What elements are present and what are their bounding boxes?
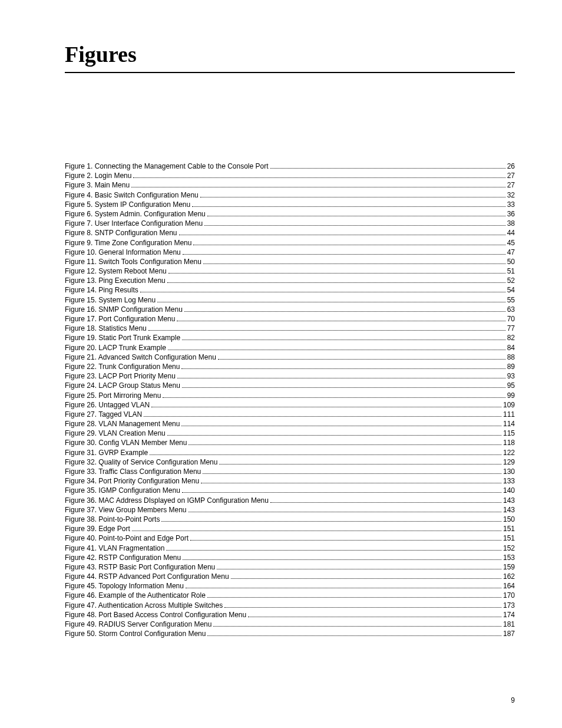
toc-entry-label: Figure 1. Connecting the Management Cabl… [65,162,269,171]
toc-entry-label: Figure 9. Time Zone Configuration Menu [65,238,191,248]
toc-entry: Figure 28. VLAN Management Menu114 [65,419,515,429]
toc-entry-label: Figure 7. User Interface Configuration M… [65,219,203,228]
figures-list: Figure 1. Connecting the Management Cabl… [65,162,515,638]
toc-dot-leader [207,592,501,598]
toc-dot-leader [177,315,505,321]
toc-entry: Figure 4. Basic Switch Configuration Men… [65,190,515,200]
toc-entry: Figure 9. Time Zone Configuration Menu45 [65,238,515,248]
toc-entry-label: Figure 5. System IP Configuration Menu [65,200,190,209]
toc-dot-leader [186,582,501,589]
toc-entry: Figure 6. System Admin. Configuration Me… [65,209,515,219]
toc-entry: Figure 17. Port Configuration Menu70 [65,314,515,324]
toc-entry-label: Figure 28. VLAN Management Menu [65,419,180,429]
toc-entry-page: 130 [503,467,515,476]
toc-dot-leader [192,200,505,207]
toc-entry-label: Figure 26. Untagged VLAN [65,400,150,410]
toc-dot-leader [217,563,501,569]
toc-dot-leader [133,172,505,179]
toc-entry-page: 151 [503,533,515,543]
toc-entry-label: Figure 20. LACP Trunk Example [65,343,166,353]
toc-entry: Figure 1. Connecting the Management Cabl… [65,162,515,171]
toc-entry: Figure 5. System IP Configuration Menu33 [65,200,515,209]
toc-dot-leader [183,554,501,560]
toc-entry-label: Figure 22. Trunk Configuration Menu [65,362,180,371]
toc-entry: Figure 32. Quality of Service Configurat… [65,457,515,467]
toc-entry-page: 162 [503,572,515,581]
toc-entry-label: Figure 17. Port Configuration Menu [65,314,175,324]
toc-entry: Figure 29. VLAN Creation Menu115 [65,429,515,438]
toc-entry: Figure 23. LACP Port Priority Menu93 [65,371,515,381]
toc-entry: Figure 15. System Log Menu55 [65,295,515,305]
toc-entry-label: Figure 50. Storm Control Configuration M… [65,629,206,638]
toc-entry-page: 55 [507,295,515,305]
toc-entry-label: Figure 15. System Log Menu [65,295,156,305]
toc-entry: Figure 34. Port Priority Configuration M… [65,476,515,486]
toc-entry-page: 109 [503,400,515,410]
toc-entry: Figure 33. Traffic Class Configuration M… [65,467,515,476]
toc-dot-leader [163,391,505,398]
toc-entry: Figure 2. Login Menu27 [65,171,515,180]
toc-dot-leader [200,191,505,197]
toc-dot-leader [219,458,501,465]
toc-entry-page: 84 [507,343,515,353]
toc-entry: Figure 41. VLAN Fragmentation152 [65,543,515,553]
toc-entry-page: 38 [507,219,515,228]
toc-entry: Figure 7. User Interface Configuration M… [65,219,515,228]
toc-entry: Figure 3. Main Menu27 [65,180,515,190]
toc-dot-leader [270,496,501,503]
toc-entry-label: Figure 42. RSTP Configuration Menu [65,553,181,562]
toc-dot-leader [181,363,505,369]
toc-entry-label: Figure 40. Point-to-Point and Edge Port [65,533,189,543]
toc-entry: Figure 38. Point-to-Point Ports150 [65,515,515,524]
toc-entry-label: Figure 21. Advanced Switch Configuration… [65,353,216,362]
page-number: 9 [511,696,515,704]
toc-dot-leader [182,334,505,341]
title-rule [65,72,515,73]
toc-entry: Figure 27. Tagged VLAN111 [65,410,515,419]
toc-entry-page: 150 [503,515,515,524]
toc-entry-label: Figure 16. SNMP Configuration Menu [65,305,183,314]
toc-entry-page: 129 [503,457,515,467]
toc-entry: Figure 18. Statistics Menu77 [65,324,515,333]
toc-entry-page: 27 [507,171,515,180]
toc-entry-label: Figure 43. RSTP Basic Port Configuration… [65,562,215,572]
toc-entry-page: 143 [503,505,515,515]
toc-entry: Figure 35. IGMP Configuration Menu140 [65,486,515,495]
toc-entry-page: 181 [503,620,515,629]
toc-entry-page: 70 [507,314,515,324]
toc-entry-page: 118 [503,438,515,447]
toc-entry-label: Figure 12. System Reboot Menu [65,266,167,276]
toc-entry-label: Figure 39. Edge Port [65,524,130,533]
toc-entry-page: 170 [503,591,515,600]
toc-entry: Figure 19. Static Port Trunk Example82 [65,333,515,342]
toc-entry-page: 152 [503,543,515,553]
toc-dot-leader [201,477,501,484]
toc-entry-page: 140 [503,486,515,495]
toc-entry-label: Figure 33. Traffic Class Configuration M… [65,467,201,476]
toc-entry-label: Figure 14. Ping Results [65,285,138,295]
page-title: Figures [65,41,515,67]
toc-entry-label: Figure 48. Port Based Access Control Con… [65,610,246,620]
toc-entry-label: Figure 27. Tagged VLAN [65,410,142,419]
toc-entry-page: 164 [503,581,515,591]
toc-entry-label: Figure 23. LACP Port Priority Menu [65,371,176,381]
toc-entry: Figure 14. Ping Results54 [65,285,515,295]
toc-entry: Figure 48. Port Based Access Control Con… [65,610,515,620]
toc-dot-leader [167,430,501,436]
toc-entry-page: 52 [507,276,515,285]
toc-entry: Figure 13. Ping Execution Menu52 [65,276,515,285]
toc-entry-page: 63 [507,305,515,314]
toc-entry-page: 26 [507,162,515,171]
toc-entry-page: 54 [507,285,515,295]
toc-entry: Figure 8. SNTP Configuration Menu44 [65,228,515,238]
toc-entry: Figure 40. Point-to-Point and Edge Port1… [65,533,515,543]
toc-entry-page: 47 [507,248,515,257]
toc-entry-page: 122 [503,448,515,457]
toc-dot-leader [224,601,501,608]
toc-entry-page: 93 [507,371,515,381]
toc-entry-page: 82 [507,333,515,342]
toc-dot-leader [177,373,505,379]
toc-entry-page: 77 [507,324,515,333]
toc-dot-leader [182,487,501,493]
toc-entry-page: 89 [507,362,515,371]
